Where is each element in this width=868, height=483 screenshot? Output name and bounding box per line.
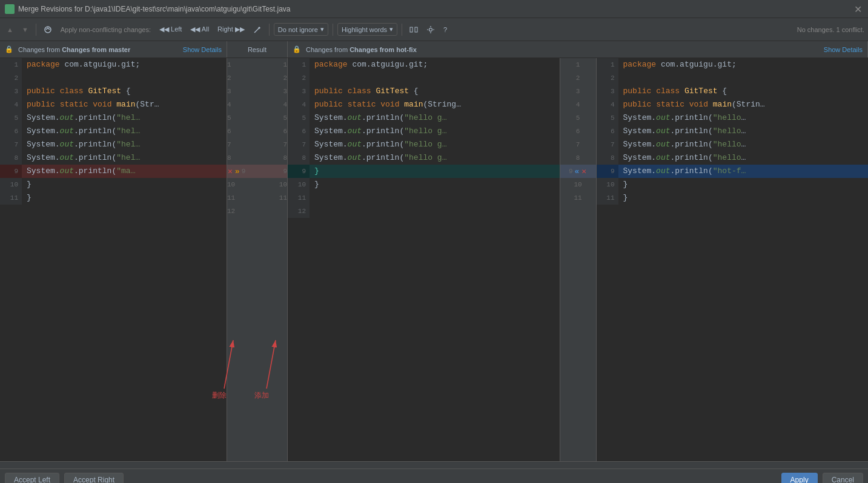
scrollbar-row[interactable]: [0, 461, 868, 468]
nav-next-button[interactable]: ▼: [19, 24, 31, 35]
right-gutter-row-1: 1: [560, 58, 596, 71]
left-panel-header: 🔒 Changes from Changes from master Show …: [0, 41, 227, 58]
gutter-row-6: 6 6: [227, 125, 287, 138]
accept-left-button[interactable]: »: [234, 167, 240, 176]
left-line-2: 2: [0, 71, 227, 85]
result-line-1: 1 package com.atguigu.git;: [288, 58, 560, 71]
right-line-7: 7 System.out.println("hello…: [597, 138, 869, 151]
right-line-2: 2: [597, 71, 869, 85]
gutter-row-9: ✕ » 9 9: [227, 165, 287, 178]
toolbar-sep-1: [36, 24, 36, 36]
gutter-row-12: 12: [227, 205, 287, 218]
right-panel: 1 package com.atguigu.git; 2 3 public cl…: [597, 58, 869, 461]
settings-button[interactable]: [423, 24, 438, 36]
title-bar: Merge Revisions for D:\java1\IDEA\git-te…: [0, 0, 868, 18]
svg-rect-3: [415, 27, 417, 32]
right-show-details[interactable]: Show Details: [824, 46, 863, 53]
gutter-row-11: 11 11: [227, 191, 287, 205]
highlight-dropdown[interactable]: Highlight words ▾: [337, 23, 397, 36]
right-gutter-row-10: 10: [560, 178, 596, 191]
left-line-6: 6 System.out.println("hel…: [0, 125, 227, 138]
left-line-4: 4 public static void main(Str…: [0, 98, 227, 111]
gutter-row-10: 10 10: [227, 178, 287, 191]
reject-right-button[interactable]: ✕: [581, 166, 587, 176]
right-line-9: 9 System.out.println("hot-f…: [597, 165, 869, 178]
toolbar: ▲ ▼ Apply non-conflicting changes: ◀◀ Le…: [0, 18, 868, 41]
panels-header: 🔒 Changes from Changes from master Show …: [0, 41, 868, 58]
accept-right-gutter-button[interactable]: «: [574, 167, 580, 176]
toolbar-sep-4: [402, 24, 402, 36]
panels-container: 1 package com.atguigu.git; 2 3 public cl…: [0, 58, 868, 461]
right-line-10: 10 }: [597, 178, 869, 191]
dropdown-arrow-icon: ▾: [320, 25, 324, 33]
left-line-5: 5 System.out.println("hel…: [0, 111, 227, 125]
left-line-1: 1 package com.atguigu.git;: [0, 58, 227, 71]
right-panel-header: 🔒 Changes from Changes from hot-fix Show…: [288, 41, 868, 58]
close-button[interactable]: ✕: [852, 4, 863, 15]
center-gutter: 1 1 2 2 3 3 4 4 5 5: [227, 58, 288, 461]
left-header-text: Changes from Changes from master: [18, 46, 130, 53]
result-line-2: 2: [288, 71, 560, 85]
help-button[interactable]: ?: [440, 24, 450, 35]
right-gutter-row-2: 2: [560, 71, 596, 85]
left-line-7: 7 System.out.println("hel…: [0, 138, 227, 151]
nav-prev-button[interactable]: ▲: [4, 24, 16, 35]
result-line-4: 4 public static void main(String…: [288, 98, 560, 111]
footer: Accept Left Accept Right Apply Cancel: [0, 468, 868, 483]
status-text: No changes. 1 conflict.: [797, 26, 864, 33]
gutter-row-5: 5 5: [227, 111, 287, 125]
toolbar-sep-3: [333, 24, 333, 36]
result-label: Result: [248, 46, 267, 53]
right-btn[interactable]: Right ▶▶: [214, 24, 248, 35]
sync-icon: [44, 25, 52, 34]
left-lock-icon: 🔒: [5, 45, 13, 53]
reject-left-button[interactable]: ✕: [227, 166, 233, 176]
right-line-8: 8 System.out.println("hello…: [597, 151, 869, 165]
right-line-6: 6 System.out.println("hello…: [597, 125, 869, 138]
result-line-7: 7 System.out.println("hello g…: [288, 138, 560, 151]
result-line-11: 11: [288, 191, 560, 205]
gutter-row-3: 3 3: [227, 85, 287, 98]
app-icon: [5, 4, 15, 14]
right-gutter-row-3: 3: [560, 85, 596, 98]
apply-button[interactable]: Apply: [781, 473, 818, 484]
accept-left-button[interactable]: Accept Left: [5, 473, 59, 484]
magic-icon: [253, 25, 262, 34]
right-line-4: 4 public static void main(Strin…: [597, 98, 869, 111]
result-line-12: 12: [288, 205, 560, 218]
center-gutter-header: Result: [227, 41, 288, 58]
right-gutter-row-5: 5: [560, 111, 596, 125]
result-line-9: 9 }: [288, 165, 560, 178]
right-gutter-row-11: 11: [560, 191, 596, 205]
left-btn[interactable]: ◀◀ Left: [156, 24, 185, 35]
right-gutter-row-4: 4: [560, 98, 596, 111]
left-line-9: 9 System.out.println("ma…: [0, 165, 227, 178]
result-line-10: 10 }: [288, 178, 560, 191]
right-lock-icon: 🔒: [293, 45, 301, 53]
svg-point-0: [7, 6, 13, 12]
right-gutter-row-6: 6: [560, 125, 596, 138]
left-show-details[interactable]: Show Details: [183, 46, 222, 53]
right-gutter-row-7: 7: [560, 138, 596, 151]
all-btn[interactable]: ◀◀ All: [187, 24, 212, 35]
accept-right-button[interactable]: Accept Right: [64, 473, 124, 484]
right-line-3: 3 public class GitTest {: [597, 85, 869, 98]
result-line-8: 8 System.out.println("hello g…: [288, 151, 560, 165]
result-line-6: 6 System.out.println("hello g…: [288, 125, 560, 138]
right-line-1: 1 package com.atguigu.git;: [597, 58, 869, 71]
result-panel: 1 package com.atguigu.git; 2 3 public cl…: [288, 58, 560, 461]
left-line-3: 3 public class GitTest {: [0, 85, 227, 98]
cancel-button[interactable]: Cancel: [823, 473, 863, 484]
gutter-row-8: 8 8: [227, 151, 287, 165]
magic-wand-button[interactable]: [250, 24, 265, 36]
ignore-dropdown[interactable]: Do not ignore ▾: [274, 23, 328, 36]
sync-button[interactable]: [41, 24, 55, 36]
diff-settings-button[interactable]: [406, 24, 421, 36]
left-line-10: 10 }: [0, 178, 227, 191]
right-gutter: 1 2 3 4 5 6 7 8 9 « ✕ 10 11: [560, 58, 597, 461]
highlight-arrow-icon: ▾: [389, 25, 393, 33]
right-gutter-row-9: 9 « ✕: [560, 165, 596, 178]
right-header-text: Changes from Changes from hot-fix: [306, 46, 417, 53]
window-title: Merge Revisions for D:\java1\IDEA\git-te…: [18, 5, 291, 13]
left-line-8: 8 System.out.println("hel…: [0, 151, 227, 165]
